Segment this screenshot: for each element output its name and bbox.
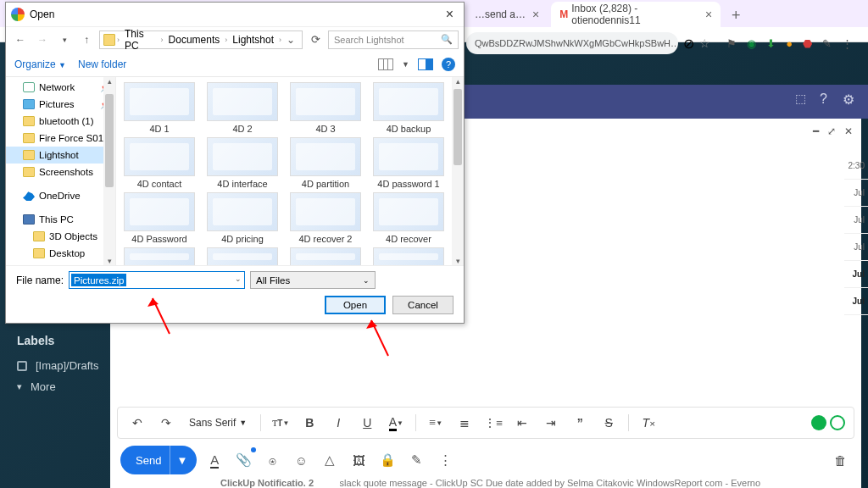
chevron-down-icon[interactable]: ⌄ bbox=[283, 34, 298, 46]
help-icon[interactable]: ? bbox=[442, 58, 455, 71]
bold-button[interactable]: B bbox=[298, 412, 320, 434]
tree-node[interactable]: bluetooth (1) bbox=[6, 113, 115, 130]
scroll-down-icon[interactable]: ▾ bbox=[103, 257, 115, 265]
tree-scrollbar[interactable]: ▴ ▾ bbox=[103, 77, 115, 265]
close-icon[interactable]: × bbox=[441, 7, 459, 22]
file-item[interactable]: 4D Password bbox=[120, 192, 199, 244]
signature-button[interactable]: ✎ bbox=[405, 449, 427, 471]
bullet-list-button[interactable]: ⋮≡ bbox=[482, 412, 504, 434]
view-mode-button[interactable] bbox=[378, 58, 393, 70]
file-scrollbar[interactable]: ▴ ▾ bbox=[452, 77, 464, 265]
font-picker[interactable]: Sans Serif▼ bbox=[184, 417, 252, 429]
ext-orange-icon[interactable]: ● bbox=[786, 37, 793, 50]
tree-node[interactable]: Documents bbox=[6, 262, 115, 265]
tree-node[interactable]: 3D Objects bbox=[6, 228, 115, 245]
tree-node[interactable]: This PC bbox=[6, 211, 115, 228]
file-item[interactable] bbox=[286, 247, 365, 265]
tab-other[interactable]: …send a… × bbox=[466, 2, 548, 27]
gear-icon[interactable]: ⚙ bbox=[843, 92, 854, 108]
scroll-thumb[interactable] bbox=[453, 89, 462, 165]
tab-gmail[interactable]: M Inbox (2,828) - otienodennis11 × bbox=[551, 2, 721, 27]
organize-menu[interactable]: Organize ▼ bbox=[14, 58, 66, 70]
grammarly-icon[interactable]: ◉ bbox=[747, 37, 756, 50]
cancel-button[interactable]: Cancel bbox=[392, 296, 453, 314]
minimize-icon[interactable]: ━ bbox=[813, 125, 819, 137]
adblock-icon[interactable]: ⬣ bbox=[803, 37, 812, 50]
file-item[interactable]: 4D 1 bbox=[120, 82, 199, 134]
filetype-select[interactable]: All Files ⌄ bbox=[250, 271, 376, 289]
download-icon[interactable]: ⬇ bbox=[766, 37, 776, 50]
tree-node[interactable]: Desktop bbox=[6, 245, 115, 262]
close-icon[interactable]: × bbox=[705, 8, 712, 21]
insert-image-button[interactable]: 🖼 bbox=[348, 449, 370, 471]
url-bar[interactable]: QwBsDDZRwJMShwNkWXgMGbCwHkpSBwH… bbox=[466, 32, 678, 54]
filename-input[interactable]: Pictures.zip ⌄ bbox=[69, 271, 245, 289]
close-icon[interactable]: ✕ bbox=[844, 125, 853, 137]
scroll-thumb[interactable] bbox=[105, 94, 114, 187]
tree-node[interactable]: Lightshot bbox=[6, 147, 115, 164]
quote-button[interactable]: ” bbox=[569, 412, 591, 434]
refresh-button[interactable]: ⟳ bbox=[306, 33, 325, 46]
numbered-list-button[interactable]: ≣ bbox=[453, 412, 476, 434]
attach-button[interactable]: 📎 bbox=[232, 449, 254, 471]
label-item[interactable]: [Imap]/Drafts bbox=[17, 359, 98, 372]
undo-button[interactable]: ↶ bbox=[126, 412, 148, 434]
file-item[interactable]: 4D 2 bbox=[203, 82, 282, 134]
send-options-button[interactable]: ▼ bbox=[170, 446, 193, 474]
file-item[interactable]: 4D recover bbox=[369, 192, 448, 244]
scroll-down-icon[interactable]: ▾ bbox=[452, 257, 464, 265]
expand-icon[interactable]: ⤢ bbox=[827, 125, 836, 137]
tree-node[interactable]: OneDrive bbox=[6, 187, 115, 204]
crumb-documents[interactable]: Documents bbox=[165, 34, 224, 46]
file-item[interactable]: 4D pricing bbox=[203, 192, 282, 244]
back-button[interactable]: ← bbox=[11, 34, 30, 46]
pencil-icon[interactable]: ✎ bbox=[822, 37, 832, 50]
new-folder-button[interactable]: New folder bbox=[78, 58, 126, 70]
crumb-lightshot[interactable]: Lightshot bbox=[229, 34, 277, 46]
breadcrumb-bar[interactable]: › This PC › Documents › Lightshot › ⌄ bbox=[99, 30, 303, 49]
chevron-down-icon[interactable]: ⌄ bbox=[235, 274, 242, 283]
settings-sliders-icon[interactable]: ⬚ bbox=[795, 92, 804, 108]
close-icon[interactable]: × bbox=[532, 8, 539, 21]
font-size-button[interactable]: тT▼ bbox=[270, 412, 292, 434]
file-item[interactable]: 4D password 1 bbox=[369, 137, 448, 189]
up-button[interactable]: ↑ bbox=[77, 34, 96, 46]
file-item[interactable]: 4D interface bbox=[203, 137, 282, 189]
insert-link-button[interactable]: ⍟ bbox=[261, 449, 283, 471]
bookmark-icon[interactable]: ☆ bbox=[699, 36, 710, 50]
menu-icon[interactable]: ⋮ bbox=[842, 37, 853, 50]
grammarly-ring-icon[interactable] bbox=[830, 415, 845, 430]
indent-decrease-button[interactable]: ⇤ bbox=[511, 412, 533, 434]
help-icon[interactable]: ? bbox=[820, 92, 827, 108]
file-item[interactable]: 4D contact bbox=[120, 137, 199, 189]
align-button[interactable]: ≡▼ bbox=[425, 412, 447, 434]
file-item[interactable]: 4D partition bbox=[286, 137, 365, 189]
insert-emoji-button[interactable]: ☺ bbox=[290, 449, 312, 471]
protect-icon[interactable]: ⊘ bbox=[683, 36, 694, 52]
new-tab-button[interactable]: + bbox=[724, 3, 748, 27]
text-color-button[interactable]: A▼ bbox=[385, 412, 407, 434]
file-item[interactable]: 4D recover 2 bbox=[286, 192, 365, 244]
format-toggle-button[interactable]: A bbox=[203, 449, 225, 471]
italic-button[interactable]: I bbox=[327, 412, 349, 434]
chevron-down-icon[interactable]: ▾ bbox=[55, 36, 74, 44]
clear-formatting-button[interactable]: T× bbox=[637, 412, 659, 434]
tree-node[interactable]: Fire Force S01 10 bbox=[6, 130, 115, 147]
file-item[interactable]: 4D backup bbox=[369, 82, 448, 134]
search-input[interactable]: Search Lightshot 🔍 bbox=[328, 30, 459, 49]
file-item[interactable]: 4D 3 bbox=[286, 82, 365, 134]
scroll-up-icon[interactable]: ▴ bbox=[452, 77, 464, 86]
file-item[interactable] bbox=[203, 247, 282, 265]
tree-node[interactable]: Pictures📌 bbox=[6, 96, 115, 113]
crumb-this-pc[interactable]: This PC bbox=[121, 28, 159, 52]
extensions-icon[interactable]: ⚑ bbox=[726, 37, 737, 50]
underline-button[interactable]: U bbox=[356, 412, 378, 434]
more-options-button[interactable]: ⋮ bbox=[434, 449, 456, 471]
discard-button[interactable]: 🗑 bbox=[829, 449, 851, 471]
strike-button[interactable]: S bbox=[598, 412, 620, 434]
insert-drive-button[interactable]: △ bbox=[319, 449, 341, 471]
redo-button[interactable]: ↷ bbox=[155, 412, 177, 434]
preview-pane-button[interactable] bbox=[418, 58, 433, 70]
confidential-button[interactable]: 🔒 bbox=[376, 449, 398, 471]
file-item[interactable] bbox=[120, 247, 199, 265]
